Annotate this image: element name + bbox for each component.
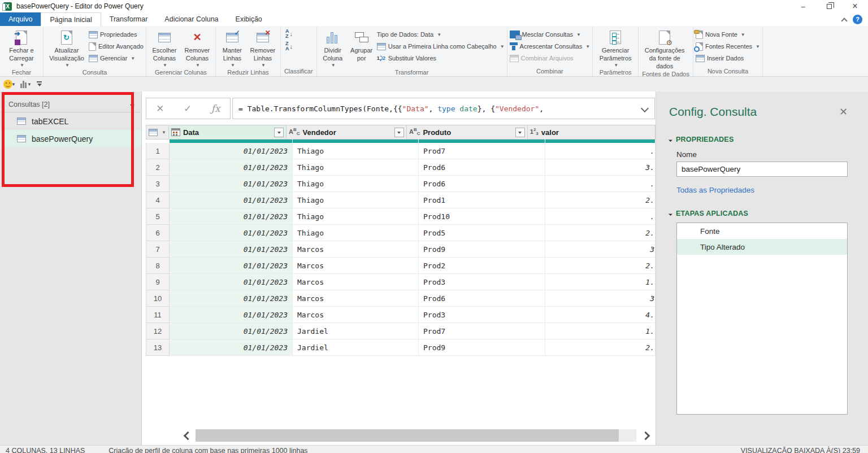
dividir-coluna-button[interactable]: Dividir Coluna▼ (319, 28, 346, 68)
tab-pagina-inicial[interactable]: Página Inicial (41, 12, 101, 27)
sort-descending-button[interactable]: ZA↓ (285, 41, 293, 51)
expand-formula-icon[interactable] (641, 104, 649, 112)
cell-valor[interactable]: 2. (545, 192, 656, 208)
inserir-dados-button[interactable]: Inserir Dados (696, 53, 760, 63)
cell-produto[interactable]: Prod5 (419, 225, 545, 241)
tipo-de-dados-button[interactable]: Tipo de Dados: Data▼ (377, 29, 505, 40)
cell-vendedor[interactable]: Jardiel (293, 323, 419, 339)
tab-exibicao[interactable]: Exibição (227, 12, 271, 26)
filter-dropdown-button[interactable] (394, 128, 404, 137)
tab-adicionar-coluna[interactable]: Adicionar Coluna (156, 12, 227, 26)
fx-icon[interactable]: ƒx (211, 103, 220, 114)
cell-vendedor[interactable]: Marcos (293, 307, 419, 323)
cell-data[interactable]: 01/01/2023 (170, 323, 293, 339)
filter-dropdown-button[interactable] (274, 128, 284, 137)
cell-produto[interactable]: Prod7 (419, 323, 545, 339)
row-number[interactable]: 12 (146, 323, 170, 339)
column-header-vendedor[interactable]: ABC Vendedor (287, 125, 407, 140)
cell-produto[interactable]: Prod2 (419, 258, 545, 274)
filter-dropdown-button[interactable] (515, 128, 525, 137)
cell-data[interactable]: 01/01/2023 (170, 307, 293, 323)
cell-data[interactable]: 01/01/2023 (170, 176, 293, 192)
help-button[interactable]: ? (853, 15, 862, 24)
cell-valor[interactable]: 2. (545, 258, 656, 274)
query-name-input[interactable] (676, 162, 848, 177)
fontes-recentes-button[interactable]: Fontes Recentes▼ (696, 41, 760, 51)
row-number[interactable]: 7 (146, 241, 170, 258)
row-number[interactable]: 4 (146, 192, 170, 208)
cell-valor[interactable]: 4. (545, 307, 656, 323)
column-profile-button[interactable]: ▼ (20, 80, 32, 88)
substituir-valores-button[interactable]: 1⤸2 Substituir Valores (377, 53, 505, 63)
collapse-ribbon-icon[interactable] (841, 16, 847, 22)
primeira-linha-cabecalho-button[interactable]: Usar a Primeira Linha como Cabeçalho▼ (377, 41, 505, 51)
cell-vendedor[interactable]: Marcos (293, 241, 419, 258)
row-number[interactable]: 13 (146, 339, 170, 356)
row-number[interactable]: 5 (146, 208, 170, 225)
agrupar-por-button[interactable]: Agrupar por (348, 28, 376, 63)
propriedades-button[interactable]: Propriedades (89, 29, 144, 40)
applied-steps-section-header[interactable]: ETAPAS APLICADAS (669, 210, 848, 217)
cell-produto[interactable]: Prod7 (419, 143, 545, 159)
sort-ascending-button[interactable]: AZ↓ (285, 29, 293, 39)
query-list-item[interactable]: basePowerQuery (0, 130, 141, 147)
row-number[interactable]: 6 (146, 225, 170, 241)
fechar-e-carregar-button[interactable]: ➜ Fechar e Carregar▼ (2, 28, 41, 68)
query-list-item[interactable]: tabEXCEL (0, 112, 141, 130)
cell-valor[interactable]: 2. (545, 225, 656, 241)
cell-produto[interactable]: Prod3 (419, 307, 545, 323)
configuracoes-fonte-dados-button[interactable]: ⚙ Configurações da fonte de dados (641, 28, 688, 70)
cell-data[interactable]: 01/01/2023 (170, 274, 293, 290)
cell-produto[interactable]: Prod10 (419, 208, 545, 225)
cell-valor[interactable]: 3 (545, 241, 656, 258)
remover-colunas-button[interactable]: ✕ Remover Colunas▼ (181, 28, 213, 68)
column-header-data[interactable]: Data (169, 125, 287, 140)
cell-valor[interactable]: . (545, 143, 656, 159)
gerenciar-parametros-button[interactable]: Gerenciar Parâmetros▼ (595, 28, 636, 68)
cell-valor[interactable]: 3. (545, 159, 656, 176)
cell-vendedor[interactable]: Thiago (293, 159, 419, 176)
close-pane-icon[interactable]: ✕ (839, 106, 848, 118)
cell-produto[interactable]: Prod3 (419, 274, 545, 290)
cell-valor[interactable]: . (545, 176, 656, 192)
cell-data[interactable]: 01/01/2023 (170, 225, 293, 241)
close-button[interactable]: × (842, 0, 868, 12)
cell-vendedor[interactable]: Marcos (293, 258, 419, 274)
row-number[interactable]: 8 (146, 258, 170, 274)
cell-data[interactable]: 01/01/2023 (170, 208, 293, 225)
cell-produto[interactable]: Prod6 (419, 176, 545, 192)
applied-step-item[interactable]: ✕ Tipo Alterado (677, 239, 847, 255)
cell-data[interactable]: 01/01/2023 (170, 143, 293, 159)
scrollbar-track[interactable] (196, 429, 636, 442)
column-header-produto[interactable]: ABC Produto (407, 125, 528, 140)
collapse-pane-icon[interactable]: ◀ (130, 102, 134, 107)
commit-formula-icon[interactable]: ✓ (184, 103, 192, 115)
scroll-right-button[interactable] (636, 429, 656, 442)
cell-produto[interactable]: Prod1 (419, 192, 545, 208)
cell-vendedor[interactable]: Marcos (293, 274, 419, 290)
row-number[interactable]: 9 (146, 274, 170, 290)
cell-data[interactable]: 01/01/2023 (170, 241, 293, 258)
applied-step-item[interactable]: ✕ Fonte (677, 223, 847, 239)
row-number[interactable]: 3 (146, 176, 170, 192)
row-number[interactable]: 11 (146, 307, 170, 323)
acrescentar-consultas-button[interactable]: Acrescentar Consultas▼ (510, 41, 591, 51)
cell-vendedor[interactable]: Thiago (293, 143, 419, 159)
remover-linhas-button[interactable]: ✕ Remover Linhas▼ (248, 28, 278, 68)
nova-fonte-button[interactable]: Nova Fonte▼ (696, 29, 760, 40)
scroll-left-button[interactable] (176, 429, 196, 442)
cell-vendedor[interactable]: Jardiel (293, 339, 419, 356)
formula-input[interactable]: = Table.TransformColumnTypes(Fonte,{{"Da… (232, 98, 655, 119)
scrollbar-thumb[interactable] (196, 429, 619, 442)
all-properties-link[interactable]: Todas as Propriedades (676, 186, 754, 194)
cell-vendedor[interactable]: Thiago (293, 225, 419, 241)
cell-valor[interactable]: 2. (545, 339, 656, 356)
cell-data[interactable]: 01/01/2023 (170, 258, 293, 274)
horizontal-scrollbar[interactable] (146, 428, 656, 443)
row-number[interactable]: 2 (146, 159, 170, 176)
row-number[interactable]: 1 (146, 143, 170, 159)
properties-section-header[interactable]: PROPRIEDADES (669, 136, 848, 143)
cell-vendedor[interactable]: Thiago (293, 208, 419, 225)
cell-produto[interactable]: Prod6 (419, 159, 545, 176)
cell-vendedor[interactable]: Marcos (293, 290, 419, 307)
